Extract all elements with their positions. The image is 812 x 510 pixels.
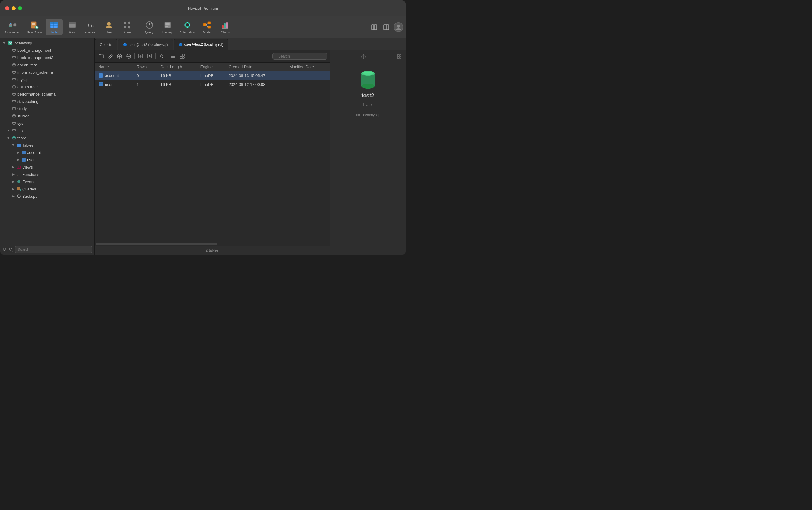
toolbar-model[interactable]: Model xyxy=(199,19,216,35)
open-folder-btn[interactable] xyxy=(97,52,106,61)
sidebar-content[interactable]: ▶ DB localmysql book_management b xyxy=(0,38,94,244)
db-info-sub: 1 table xyxy=(362,103,373,107)
toolbar-user[interactable]: User xyxy=(100,19,117,35)
toolbar-right xyxy=(369,22,403,32)
refresh-btn[interactable] xyxy=(157,52,166,61)
maximize-button[interactable] xyxy=(18,6,22,10)
grid-btn[interactable] xyxy=(395,53,403,61)
table-search-input[interactable] xyxy=(278,54,324,58)
toolbar-others[interactable]: Others xyxy=(119,19,136,35)
svg-rect-42 xyxy=(208,26,211,28)
svg-rect-134 xyxy=(98,73,103,78)
chevron: ▶ xyxy=(6,136,11,140)
toolbar-new-query[interactable]: New Query xyxy=(24,19,44,35)
tab-1-icon: 🔵 xyxy=(123,43,127,46)
app-title: Navicat Premium xyxy=(188,6,218,11)
sidebar-item-ebean_test[interactable]: ebean_test xyxy=(0,61,94,68)
svg-rect-40 xyxy=(204,23,207,26)
view-single-btn[interactable] xyxy=(381,22,391,32)
cell-engine: InnoDB xyxy=(197,80,225,89)
sidebar-item-tables[interactable]: ▶ Tables xyxy=(0,141,94,149)
edit-btn[interactable] xyxy=(106,52,115,61)
sidebar-item-backups[interactable]: ▶ Backups xyxy=(0,193,94,200)
svg-point-66 xyxy=(12,70,16,72)
sidebar-item-sys[interactable]: sys xyxy=(0,120,94,127)
db-cylinder-icon xyxy=(359,70,377,89)
sidebar-item-book_management[interactable]: book_management xyxy=(0,47,94,54)
chevron xyxy=(6,77,11,82)
label: Functions xyxy=(22,172,39,177)
col-engine: Engine xyxy=(197,63,225,71)
sidebar-item-staybooking[interactable]: staybooking xyxy=(0,98,94,105)
table-row[interactable]: account 0 16 KB InnoDB 2024-06-13 15:05:… xyxy=(95,71,330,80)
row-name-text: account xyxy=(105,73,119,78)
sidebar-item-user[interactable]: ▶ user xyxy=(0,156,94,163)
chevron: ▶ xyxy=(16,150,20,154)
svg-point-103 xyxy=(18,166,20,168)
sidebar-item-functions[interactable]: ▶ f Functions xyxy=(0,171,94,178)
sidebar-item-test2[interactable]: ▶ test2 xyxy=(0,134,94,141)
events-icon xyxy=(17,179,21,184)
tab-1[interactable]: 🔵 user@test2 (localmysql) xyxy=(118,39,173,50)
horizontal-scrollbar[interactable] xyxy=(95,242,330,246)
svg-point-38 xyxy=(184,24,185,26)
sidebar-search-input[interactable] xyxy=(15,246,92,253)
toolbar-function[interactable]: f (x) Function xyxy=(82,19,99,35)
tab-2[interactable]: 🔵 user@test2 (localmysql) xyxy=(174,39,229,50)
db-icon xyxy=(12,48,16,52)
sidebar-item-queries[interactable]: ▶ Queries xyxy=(0,185,94,193)
label: Events xyxy=(22,179,34,184)
db-icon xyxy=(12,107,16,111)
sidebar-item-study[interactable]: study xyxy=(0,105,94,112)
toolbar-charts[interactable]: Charts xyxy=(217,19,234,35)
chevron: ▶ xyxy=(11,165,16,169)
export-btn[interactable] xyxy=(145,52,154,61)
objects-table: Name Rows Data Length Engine Created Dat… xyxy=(95,63,330,89)
chevron xyxy=(6,85,11,89)
queries-icon xyxy=(17,187,21,191)
sidebar-item-study2[interactable]: study2 xyxy=(0,112,94,120)
db-icon xyxy=(12,55,16,60)
view-grid-btn[interactable] xyxy=(178,52,186,61)
chevron: ▶ xyxy=(6,129,11,133)
sidebar-item-views[interactable]: ▶ Views xyxy=(0,163,94,171)
function-label: Function xyxy=(85,31,96,34)
sidebar-item-account[interactable]: ▶ account xyxy=(0,149,94,156)
sidebar-item-events[interactable]: ▶ Events xyxy=(0,178,94,185)
svg-point-1 xyxy=(13,23,17,26)
sidebar-item-mysql[interactable]: mysql xyxy=(0,76,94,83)
view-split-btn[interactable] xyxy=(369,22,379,32)
view-list-btn[interactable] xyxy=(169,52,177,61)
toolbar-query[interactable]: Query xyxy=(141,19,158,35)
sidebar-item-book_management3[interactable]: book_management3 xyxy=(0,54,94,61)
user-avatar[interactable] xyxy=(394,22,403,32)
label: study2 xyxy=(17,114,29,118)
tab-objects[interactable]: Objects xyxy=(95,39,117,50)
sidebar-item-information_schema[interactable]: information_schema xyxy=(0,68,94,76)
add-btn[interactable] xyxy=(115,52,124,61)
toolbar-table[interactable]: Table xyxy=(46,19,63,35)
others-icon xyxy=(122,20,132,30)
delete-btn[interactable] xyxy=(124,52,133,61)
toolbar-connection[interactable]: Connection xyxy=(3,19,23,35)
sidebar-item-onlineOrder[interactable]: onlineOrder xyxy=(0,83,94,90)
model-label: Model xyxy=(203,31,211,34)
info-btn[interactable]: i xyxy=(359,53,367,61)
main-layout: ▶ DB localmysql book_management b xyxy=(0,38,406,255)
toolbar-view[interactable]: View xyxy=(64,19,81,35)
status-bar: 2 tables xyxy=(95,246,330,255)
close-button[interactable] xyxy=(5,6,9,10)
table-row[interactable]: user 1 16 KB InnoDB 2024-06-12 17:00:08 xyxy=(95,80,330,89)
svg-point-36 xyxy=(187,22,188,23)
sidebar-item-test[interactable]: ▶ test xyxy=(0,127,94,134)
toolbar-backup[interactable]: Backup xyxy=(159,19,176,35)
import-btn[interactable] xyxy=(136,52,145,61)
cell-rows: 1 xyxy=(133,80,157,89)
scrollbar-thumb[interactable] xyxy=(96,243,217,245)
toolbar-automation[interactable]: Automation xyxy=(177,19,198,35)
minimize-button[interactable] xyxy=(11,6,16,10)
table-view[interactable]: Name Rows Data Length Engine Created Dat… xyxy=(95,63,330,242)
sidebar-root[interactable]: ▶ DB localmysql xyxy=(0,39,94,47)
sidebar-item-performance_schema[interactable]: performance_schema xyxy=(0,90,94,98)
obj-sep-2 xyxy=(155,53,156,59)
